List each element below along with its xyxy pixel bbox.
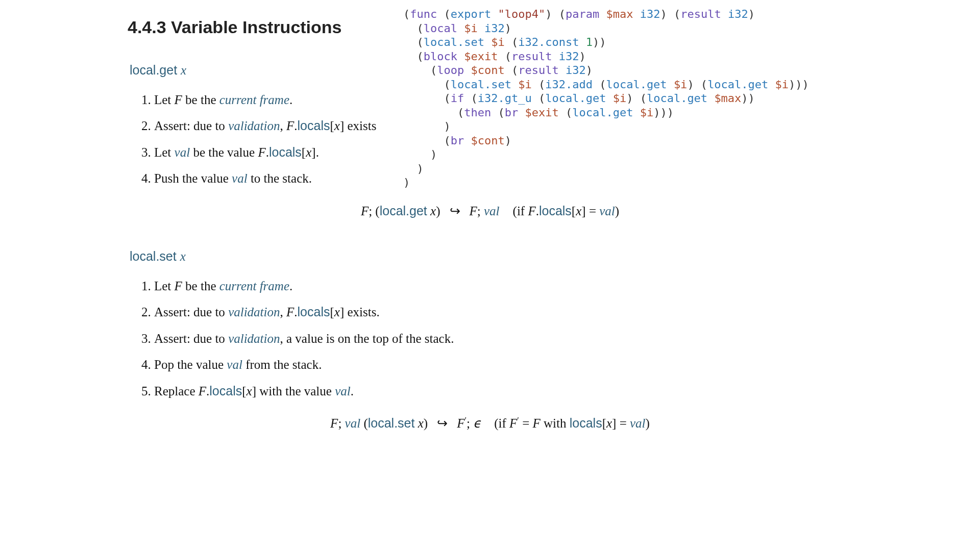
link-validation[interactable]: validation — [228, 305, 280, 319]
c: ) ( — [545, 8, 566, 20]
c: ( — [403, 106, 464, 119]
text: exists. — [344, 305, 379, 319]
c — [559, 64, 566, 77]
step: Assert: due to validation, a value is on… — [154, 329, 852, 348]
text: . — [316, 145, 319, 159]
c: ) ( — [687, 78, 707, 91]
math-val: val — [345, 416, 361, 430]
c — [484, 36, 491, 48]
c: ( — [403, 78, 451, 91]
math-x: x — [306, 145, 311, 159]
c: ( — [403, 22, 424, 35]
c: then — [464, 106, 491, 119]
c — [511, 78, 518, 91]
text: be the — [182, 93, 219, 107]
c: ) ( — [626, 92, 647, 105]
c: ( — [491, 106, 505, 119]
step: Pop the value val from the stack. — [154, 355, 852, 374]
c — [633, 106, 640, 119]
math-F: F — [457, 416, 464, 430]
math-F: F — [330, 416, 338, 430]
c: $i — [640, 106, 654, 119]
c: local.get — [545, 92, 606, 105]
c: ))) — [653, 106, 674, 119]
keyword-locals: locals — [570, 416, 602, 430]
text: Replace — [154, 384, 199, 398]
math-F: F — [286, 119, 294, 133]
math-x: x — [606, 416, 612, 430]
c: ( — [437, 8, 451, 20]
keyword-local-set: local.set — [130, 249, 177, 263]
text: Let — [154, 279, 175, 293]
c: block — [424, 50, 457, 63]
c: i32 — [559, 50, 579, 63]
c: param — [566, 8, 599, 20]
math-val: val — [227, 358, 242, 371]
c: $cont — [471, 64, 504, 77]
c: local.get — [572, 106, 633, 119]
arrow-icon: ↪ — [437, 414, 448, 433]
c: local.get — [606, 78, 667, 91]
text: . — [289, 279, 292, 293]
c: br — [505, 106, 519, 119]
c — [707, 92, 714, 105]
text: . — [351, 384, 354, 398]
link-validation[interactable]: validation — [228, 119, 280, 133]
keyword-local-get: local.get — [380, 204, 427, 218]
text: = — [586, 204, 600, 218]
c: $exit — [525, 106, 558, 119]
c: ) ( — [660, 8, 680, 20]
c: )) — [741, 92, 755, 105]
math-F: F — [532, 416, 540, 430]
c — [478, 22, 484, 35]
math-F: F — [175, 93, 182, 107]
c: ( — [403, 36, 424, 48]
text: be the — [182, 279, 219, 293]
math-val: val — [335, 384, 351, 398]
c: local — [424, 22, 457, 35]
keyword-local-get: local.get — [130, 63, 177, 77]
link-current-frame[interactable]: current frame — [219, 93, 289, 107]
c: ) — [505, 134, 511, 147]
c: func — [410, 8, 437, 20]
wasm-code-overlay: (func (export "loop4") (param $max i32) … — [403, 7, 809, 190]
c — [552, 50, 558, 63]
math-x: x — [576, 204, 581, 218]
c: ( — [403, 50, 424, 63]
step: Let F be the current frame. — [154, 277, 852, 296]
c: ( — [532, 78, 546, 91]
c: $i — [613, 92, 627, 105]
c: 1 — [586, 36, 593, 48]
c: ) — [505, 22, 511, 35]
c: $i — [491, 36, 505, 48]
text: to the stack. — [248, 171, 312, 185]
c: i32 — [566, 64, 586, 77]
c: ) — [403, 176, 410, 189]
c: ( — [593, 78, 606, 91]
c: i32.const — [518, 36, 579, 48]
c: i32 — [484, 22, 505, 35]
link-current-frame[interactable]: current frame — [219, 279, 289, 293]
reduction-local-get: F; (local.get x)↪F; val(if F.locals[x] =… — [128, 202, 852, 221]
text: , — [280, 119, 287, 133]
text: from the stack. — [242, 358, 322, 371]
text: Let — [154, 145, 175, 159]
link-validation[interactable]: validation — [228, 332, 280, 345]
c — [768, 78, 775, 91]
keyword-local-set: local.set — [368, 416, 415, 430]
c: $max — [714, 92, 741, 105]
c — [457, 22, 464, 35]
step: Replace F.locals[x] with the value val. — [154, 382, 852, 401]
text: , — [280, 305, 287, 319]
c: $max — [606, 8, 633, 20]
keyword-locals: locals — [298, 305, 330, 319]
math-val: val — [175, 145, 190, 159]
math-F: F — [175, 279, 182, 293]
c — [633, 8, 640, 20]
c: ) — [403, 148, 437, 161]
prime: ′ — [464, 416, 467, 425]
c: if — [451, 92, 464, 105]
c: local.get — [647, 92, 707, 105]
text: be the value — [190, 145, 258, 159]
c: i32 — [640, 8, 660, 20]
